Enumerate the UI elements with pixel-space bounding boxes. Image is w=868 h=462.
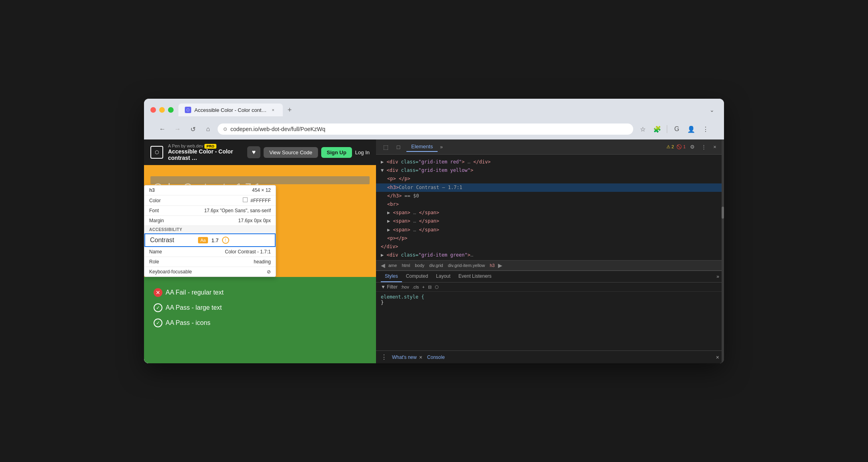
view-source-button[interactable]: View Source Code (264, 147, 318, 158)
styles-content: element.style { } (376, 292, 724, 308)
dom-line-1[interactable]: ▼ <div class="grid-item yellow"> (376, 166, 724, 175)
dom-line-8[interactable]: ▶ <span> … </span> (376, 226, 724, 234)
computed-style-icon[interactable]: ⊟ (428, 285, 432, 290)
elements-tab[interactable]: Elements (406, 142, 438, 152)
dom-line-10[interactable]: </div> (376, 243, 724, 251)
tab-close-button[interactable]: × (270, 107, 276, 113)
breadcrumb-html[interactable]: html (400, 263, 412, 268)
styles-tab-layout[interactable]: Layout (432, 271, 454, 282)
dom-breadcrumb: ◀ ame html body div.grid div.grid-item.y… (376, 260, 724, 271)
signup-button[interactable]: Sign Up (321, 147, 352, 158)
login-button[interactable]: Log In (355, 149, 370, 155)
whats-new-tab[interactable]: What's new × (392, 354, 422, 360)
close-window-button[interactable] (150, 107, 156, 113)
tooltip-contrast-row: Contrast Aa 1.7 ! (144, 233, 276, 247)
address-bar[interactable]: ⊙ codepen.io/web-dot-dev/full/PoeKzWq (218, 123, 633, 135)
breadcrumb-left-arrow[interactable]: ◀ (381, 262, 385, 269)
tooltip-contrast-label: Contrast (150, 237, 198, 244)
yellow-section: Color Contrast - 1.7:1 h3 454 × 12 Color (144, 165, 376, 277)
add-rule[interactable]: + (422, 285, 424, 289)
codepen-logo: ⬡ (150, 146, 163, 159)
codepen-title-area: A Pen by web.dev PRO Accessible Color - … (168, 143, 242, 161)
home-button[interactable]: ⌂ (202, 123, 214, 135)
extensions-button[interactable]: 🧩 (652, 123, 663, 135)
dom-line-3[interactable]: <h3>Color Contrast – 1.7:1 (376, 183, 724, 192)
google-button[interactable]: G (671, 123, 682, 135)
address-security-icon: ⊙ (223, 126, 227, 132)
tooltip-margin-row: Margin 17.6px 0px 0px (144, 216, 276, 226)
contrast-warning-icon: ! (222, 237, 229, 244)
element-style-rule: element.style { (381, 294, 424, 300)
cls-pseudo[interactable]: .cls (412, 285, 419, 289)
pass-item-1: ✓ AA Pass - large text (154, 303, 366, 312)
tooltip-tag: h3 (149, 187, 155, 193)
dom-tree[interactable]: ▶ <div class="grid-item red"> … </div> ▼… (376, 155, 724, 260)
nav-actions: ☆ 🧩 G 👤 ⋮ (637, 123, 711, 135)
maximize-window-button[interactable] (168, 107, 174, 113)
layout-icon[interactable]: ⬡ (435, 285, 439, 290)
device-toggle-button[interactable]: □ (394, 142, 403, 152)
dom-line-9[interactable]: <p></p> (376, 234, 724, 243)
color-swatch (243, 197, 248, 202)
styles-panel: Styles Computed Layout Event Listeners »… (376, 271, 724, 350)
hov-pseudo[interactable]: :hov (401, 285, 409, 289)
devtools-actions: ⚠ 2 🚫 1 ⚙ ⋮ × (666, 143, 719, 151)
devtools-tabs: Elements » (406, 142, 663, 152)
warning-count: ⚠ 2 (666, 144, 674, 149)
styles-tabs: Styles Computed Layout Event Listeners » (376, 271, 724, 283)
dom-line-2[interactable]: <p> </p> (376, 175, 724, 183)
dom-line-11[interactable]: ▶ <div class="grid-item green">… (376, 251, 724, 259)
devtools-scrollbar[interactable] (722, 139, 724, 363)
breadcrumb-div-grid-item-yellow[interactable]: div.grid-item.yellow (446, 263, 487, 268)
tooltip-margin-value: 17.6px 0px 0px (238, 218, 271, 223)
dom-line-7[interactable]: ▶ <span> … </span> (376, 217, 724, 225)
tab-menu-button[interactable]: ⌄ (706, 105, 718, 115)
minimize-window-button[interactable] (159, 107, 165, 113)
tab-favicon: ⬡ (185, 107, 191, 113)
new-tab-button[interactable]: + (284, 104, 295, 116)
bottom-dots[interactable]: ⋮ (381, 353, 387, 361)
breadcrumb-ame[interactable]: ame (387, 263, 398, 268)
forward-button[interactable]: → (172, 123, 183, 135)
styles-tab-event-listeners[interactable]: Event Listeners (454, 271, 496, 282)
breadcrumb-div-grid[interactable]: div.grid (428, 263, 445, 268)
console-tab[interactable]: Console (427, 354, 445, 360)
browser-menu-button[interactable]: ⋮ (700, 123, 711, 135)
tooltip-element-row: h3 454 × 12 (144, 185, 276, 195)
styles-more-tabs[interactable]: » (716, 274, 719, 279)
breadcrumb-h3[interactable]: h3 (488, 263, 496, 268)
dom-line-6[interactable]: ▶ <span> … </span> (376, 209, 724, 217)
content-area: ⬡ A Pen by web.dev PRO Accessible Color … (144, 139, 724, 363)
dom-line-4[interactable]: </h3> == $0 (376, 192, 724, 200)
devtools-more-button[interactable]: ⋮ (699, 143, 708, 151)
tooltip-font-label: Font (149, 208, 197, 213)
devtools-close-button[interactable]: × (710, 143, 719, 151)
webpage-panel: ⬡ A Pen by web.dev PRO Accessible Color … (144, 139, 376, 363)
bookmark-button[interactable]: ☆ (637, 123, 648, 135)
tooltip-role-label: Role (149, 259, 197, 265)
tooltip-font-value: 17.6px "Open Sans", sans-serif (204, 208, 271, 213)
tooltip-keyboard-row: Keyboard-focusable ⊘ (144, 267, 276, 277)
title-bar-top: ⬡ Accessible Color - Color cont… × + ⌄ (150, 104, 718, 116)
tooltip-keyboard-value: ⊘ (267, 269, 271, 275)
more-tabs-button[interactable]: » (438, 143, 445, 151)
bottom-bar-close[interactable]: × (716, 354, 719, 360)
breadcrumb-body[interactable]: body (413, 263, 426, 268)
devtools-panel: ⬚ □ Elements » ⚠ 2 🚫 1 ⚙ ⋮ (376, 139, 724, 363)
inspect-element-button[interactable]: ⬚ (381, 142, 390, 152)
tooltip-size: 454 × 12 (252, 187, 271, 193)
styles-tab-computed[interactable]: Computed (402, 271, 432, 282)
back-button[interactable]: ← (157, 123, 168, 135)
active-tab[interactable]: ⬡ Accessible Color - Color cont… × (178, 104, 283, 116)
reload-button[interactable]: ↺ (187, 123, 198, 135)
dom-line-5[interactable]: <br> (376, 200, 724, 209)
devtools-settings-button[interactable]: ⚙ (688, 143, 697, 151)
dom-line-0[interactable]: ▶ <div class="grid-item red"> … </div> (376, 158, 724, 166)
filter-icon: ▼ Filter (381, 284, 398, 290)
heart-button[interactable]: ♥ (247, 146, 261, 158)
profile-button[interactable]: 👤 (686, 123, 697, 135)
whats-new-close[interactable]: × (419, 354, 422, 360)
contrast-badge: Aa (198, 237, 208, 243)
styles-tab-styles[interactable]: Styles (381, 271, 402, 282)
breadcrumb-right-arrow[interactable]: ▶ (498, 262, 502, 269)
